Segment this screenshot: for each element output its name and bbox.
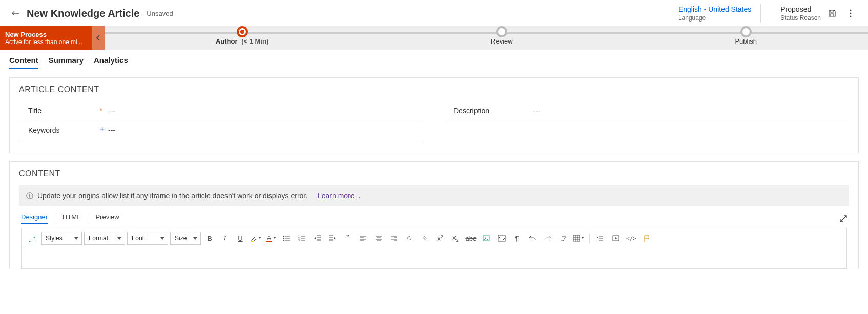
svg-rect-15 <box>498 235 505 241</box>
stage-label: Author <box>216 37 238 45</box>
language-value: English - United States <box>678 5 751 13</box>
status-label: Status Reason <box>780 14 821 22</box>
stage-author[interactable]: Author (< 1 Min) <box>216 26 268 45</box>
flag-button[interactable] <box>640 232 653 245</box>
info-text: Update your origins allow list if any if… <box>37 192 307 200</box>
subscript-button[interactable]: x2 <box>449 232 462 245</box>
process-collapse-button[interactable] <box>92 26 105 50</box>
source-button[interactable]: </> <box>625 232 638 245</box>
language-label: Language <box>678 14 706 22</box>
stage-label: Publish <box>735 37 757 45</box>
field-description[interactable]: Description --- <box>444 101 849 120</box>
svg-rect-4 <box>29 195 30 198</box>
strikethrough-button[interactable]: abc <box>464 232 478 245</box>
svg-text:3: 3 <box>298 239 300 242</box>
svg-point-2 <box>850 16 852 17</box>
info-icon <box>26 192 33 199</box>
stage-dot-icon <box>740 26 752 37</box>
back-button[interactable] <box>9 7 22 19</box>
styles-select[interactable]: Styles <box>41 232 82 245</box>
svg-point-5 <box>29 194 30 195</box>
stage-time: (< 1 Min) <box>241 37 268 45</box>
svg-point-1 <box>850 13 852 14</box>
size-select[interactable]: Size <box>170 232 201 245</box>
svg-point-14 <box>485 237 486 238</box>
paragraph-direction-button[interactable]: ¶ <box>510 232 524 245</box>
svg-point-7 <box>283 236 285 237</box>
field-label: Description <box>453 107 525 115</box>
stage-review[interactable]: Review <box>491 26 513 45</box>
field-label: Title <box>28 107 100 115</box>
unlink-button[interactable] <box>418 232 431 245</box>
field-value: --- <box>108 107 424 115</box>
underline-button[interactable]: U <box>234 232 247 245</box>
tab-content[interactable]: Content <box>9 56 38 69</box>
collapsible-section-button[interactable] <box>594 232 607 245</box>
embed-button[interactable] <box>609 232 623 245</box>
page-state: - Unsaved <box>142 10 173 17</box>
svg-point-8 <box>283 238 285 239</box>
section-title-article: ARTICLE CONTENT <box>19 85 849 94</box>
align-right-button[interactable] <box>387 232 401 245</box>
save-button[interactable] <box>825 6 839 20</box>
align-center-button[interactable] <box>372 232 385 245</box>
field-value: --- <box>533 107 849 115</box>
svg-rect-6 <box>251 241 254 242</box>
font-select[interactable]: Font <box>127 232 168 245</box>
superscript-button[interactable]: x2 <box>433 232 447 245</box>
svg-point-0 <box>850 10 852 11</box>
editor-tab-html[interactable]: HTML <box>63 213 80 224</box>
blockquote-button[interactable]: ” <box>341 232 355 245</box>
status-value: Proposed <box>780 5 821 13</box>
bulleted-list-button[interactable] <box>280 232 293 245</box>
italic-button[interactable]: I <box>218 232 232 245</box>
image-button[interactable] <box>480 232 493 245</box>
undo-button[interactable] <box>526 232 539 245</box>
process-chip[interactable]: New Process Active for less than one mi.… <box>0 26 92 50</box>
process-name: New Process <box>5 31 87 38</box>
clear-formatting-button[interactable] <box>556 232 570 245</box>
field-label: Keywords <box>28 126 100 134</box>
page-title: New Knowledge Article <box>27 8 139 19</box>
section-title-content: CONTENT <box>10 169 858 178</box>
table-button[interactable] <box>572 232 585 245</box>
required-icon: * <box>100 107 108 114</box>
iframe-button[interactable] <box>495 232 508 245</box>
redo-button[interactable] <box>541 232 554 245</box>
recommended-icon: + <box>100 124 108 134</box>
svg-point-9 <box>283 240 285 241</box>
field-keywords[interactable]: Keywords + --- <box>19 120 424 140</box>
stage-label: Review <box>491 37 513 45</box>
language-block[interactable]: English - United States Language <box>678 5 751 22</box>
highlight-button[interactable] <box>249 232 262 245</box>
more-button[interactable] <box>843 6 858 20</box>
numbered-list-button[interactable]: 123 <box>295 232 308 245</box>
font-color-button[interactable]: A <box>264 232 278 245</box>
link-button[interactable] <box>403 232 416 245</box>
process-duration: Active for less than one mi... <box>5 38 87 46</box>
stage-dot-icon <box>237 26 248 37</box>
stage-dot-icon <box>496 26 507 37</box>
header-divider <box>760 4 761 23</box>
bold-button[interactable]: B <box>203 232 216 245</box>
editor-body[interactable] <box>21 248 847 269</box>
editor-tab-designer[interactable]: Designer <box>21 213 48 224</box>
stage-publish[interactable]: Publish <box>735 26 757 45</box>
info-learn-more-link[interactable]: Learn more <box>318 192 355 200</box>
tab-analytics[interactable]: Analytics <box>94 56 128 69</box>
outdent-button[interactable] <box>311 232 324 245</box>
indent-button[interactable] <box>326 232 339 245</box>
editor-tab-preview[interactable]: Preview <box>95 213 119 224</box>
expand-button[interactable] <box>840 215 847 222</box>
field-title[interactable]: Title * --- <box>19 101 424 120</box>
tab-summary[interactable]: Summary <box>49 56 84 69</box>
status-block[interactable]: Proposed Status Reason <box>780 5 821 22</box>
align-left-button[interactable] <box>357 232 370 245</box>
format-painter-button[interactable] <box>26 232 39 245</box>
svg-rect-16 <box>573 235 580 241</box>
format-select[interactable]: Format <box>84 232 125 245</box>
field-value: --- <box>108 126 424 134</box>
